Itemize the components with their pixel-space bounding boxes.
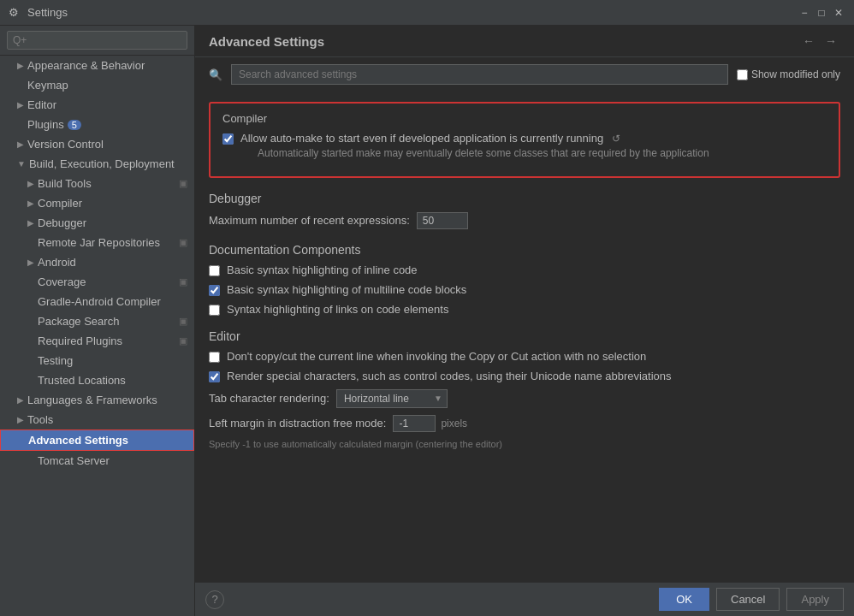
ok-button[interactable]: OK bbox=[659, 588, 709, 611]
sidebar-item-advanced-settings[interactable]: ▶ Advanced Settings bbox=[0, 429, 194, 451]
pixels-label: pixels bbox=[441, 418, 467, 429]
settings-content: Compiler Allow auto-make to start even i… bbox=[195, 92, 854, 582]
arrow-icon: ▶ bbox=[17, 139, 24, 149]
sidebar-item-build-tools[interactable]: ▶ Build Tools ▣ bbox=[0, 174, 194, 193]
left-margin-input[interactable] bbox=[393, 415, 436, 432]
render-special-setting: Render special characters, such as contr… bbox=[209, 370, 840, 382]
max-expressions-row: Maximum number of recent expressions: bbox=[209, 212, 840, 229]
reset-icon[interactable]: ↺ bbox=[612, 133, 620, 145]
bottom-bar: ? OK Cancel Apply bbox=[195, 582, 854, 616]
sidebar-item-label: Build Tools bbox=[38, 177, 92, 190]
sidebar-item-appearance[interactable]: ▶ Appearance & Behavior bbox=[0, 56, 194, 75]
sidebar-item-label: Plugins bbox=[27, 118, 64, 131]
editor-section: Editor Don't copy/cut the current line w… bbox=[209, 329, 840, 449]
syntax-links-label: Syntax highlighting of links on code ele… bbox=[227, 303, 448, 316]
show-modified-label: Show modified only bbox=[737, 68, 840, 80]
auto-make-sublabel: Automatically started make may eventuall… bbox=[240, 146, 709, 161]
sidebar-item-label: Trusted Locations bbox=[38, 374, 126, 387]
page-title: Advanced Settings bbox=[209, 34, 324, 49]
max-expressions-input[interactable] bbox=[417, 212, 468, 229]
debugger-section: Debugger Maximum number of recent expres… bbox=[209, 192, 840, 229]
maximize-button[interactable]: □ bbox=[815, 6, 828, 20]
compiler-section-title: Compiler bbox=[222, 112, 827, 125]
sidebar-item-gradle-android[interactable]: ▶ Gradle-Android Compiler bbox=[0, 292, 194, 311]
minimize-button[interactable]: − bbox=[798, 6, 811, 20]
basic-multiline-setting: Basic syntax highlighting of multiline c… bbox=[209, 283, 840, 296]
sidebar-item-label: Editor bbox=[27, 98, 56, 111]
copy-cut-setting: Don't copy/cut the current line when inv… bbox=[209, 350, 840, 363]
sidebar-item-debugger[interactable]: ▶ Debugger bbox=[0, 213, 194, 233]
search-bar: 🔍 Show modified only bbox=[195, 57, 854, 92]
app-icon: ⚙ bbox=[9, 6, 22, 20]
req-icon: ▣ bbox=[179, 335, 187, 346]
basic-multiline-label: Basic syntax highlighting of multiline c… bbox=[227, 283, 466, 296]
navigation-arrows: ← → bbox=[799, 33, 840, 50]
sidebar-item-coverage[interactable]: ▶ Coverage ▣ bbox=[0, 272, 194, 292]
help-button[interactable]: ? bbox=[205, 590, 224, 609]
sidebar-item-label: Testing bbox=[38, 354, 73, 367]
sidebar-item-version-control[interactable]: ▶ Version Control bbox=[0, 134, 194, 154]
tab-rendering-select-wrapper: Horizontal line Arrow None ▼ bbox=[336, 389, 448, 408]
sidebar-item-languages[interactable]: ▶ Languages & Frameworks bbox=[0, 390, 194, 410]
left-margin-row: Left margin in distraction free mode: pi… bbox=[209, 415, 840, 432]
arrow-icon: ▼ bbox=[17, 159, 26, 169]
render-special-checkbox[interactable] bbox=[209, 371, 220, 382]
sidebar-item-tomcat[interactable]: ▶ Tomcat Server bbox=[0, 451, 194, 471]
tab-rendering-row: Tab character rendering: Horizontal line… bbox=[209, 389, 840, 408]
settings-search-input[interactable] bbox=[231, 64, 728, 85]
basic-inline-checkbox[interactable] bbox=[209, 265, 220, 276]
arrow-icon: ▶ bbox=[17, 415, 24, 424]
sidebar-item-remote-jar[interactable]: ▶ Remote Jar Repositories ▣ bbox=[0, 233, 194, 252]
compiler-section: Compiler Allow auto-make to start even i… bbox=[209, 102, 840, 178]
tab-rendering-select[interactable]: Horizontal line Arrow None bbox=[336, 389, 448, 408]
sidebar-item-trusted-locations[interactable]: ▶ Trusted Locations bbox=[0, 370, 194, 390]
show-modified-checkbox[interactable] bbox=[737, 69, 748, 80]
sidebar-item-label: Compiler bbox=[38, 197, 82, 210]
arrow-icon: ▶ bbox=[27, 179, 34, 188]
copy-cut-checkbox[interactable] bbox=[209, 352, 220, 363]
documentation-section-title: Documentation Components bbox=[209, 243, 840, 257]
forward-button[interactable]: → bbox=[821, 33, 840, 50]
cancel-button[interactable]: Cancel bbox=[716, 588, 780, 611]
sidebar-item-build-execution[interactable]: ▼ Build, Execution, Deployment bbox=[0, 154, 194, 174]
basic-multiline-checkbox[interactable] bbox=[209, 285, 220, 296]
basic-inline-label: Basic syntax highlighting of inline code bbox=[227, 264, 418, 276]
documentation-section: Documentation Components Basic syntax hi… bbox=[209, 243, 840, 316]
repo-icon2: ▣ bbox=[179, 237, 187, 248]
back-button[interactable]: ← bbox=[799, 33, 818, 50]
arrow-icon: ▶ bbox=[27, 198, 34, 208]
sidebar-item-testing[interactable]: ▶ Testing bbox=[0, 351, 194, 370]
sidebar-item-label: Build, Execution, Deployment bbox=[29, 157, 175, 170]
search-icon: 🔍 bbox=[209, 68, 222, 81]
sidebar-item-label: Advanced Settings bbox=[28, 434, 128, 447]
plugins-badge: 5 bbox=[68, 120, 81, 130]
main-header: Advanced Settings ← → bbox=[195, 26, 854, 57]
debugger-section-title: Debugger bbox=[209, 192, 840, 205]
sidebar-item-package-search[interactable]: ▶ Package Search ▣ bbox=[0, 311, 194, 331]
arrow-icon: ▶ bbox=[27, 218, 34, 228]
sidebar-search-input[interactable] bbox=[7, 31, 187, 50]
copy-cut-label: Don't copy/cut the current line when inv… bbox=[227, 350, 646, 363]
sidebar-item-label: Coverage bbox=[38, 275, 86, 288]
sidebar-item-label: Required Plugins bbox=[38, 335, 122, 347]
window-title: Settings bbox=[27, 6, 798, 19]
sidebar-item-label: Remote Jar Repositories bbox=[38, 236, 160, 249]
basic-inline-setting: Basic syntax highlighting of inline code bbox=[209, 264, 840, 276]
auto-make-checkbox[interactable] bbox=[222, 133, 234, 145]
window-controls: − □ ✕ bbox=[798, 6, 845, 20]
sidebar-item-label: Tools bbox=[27, 413, 53, 426]
arrow-icon: ▶ bbox=[17, 100, 24, 110]
sidebar-item-plugins[interactable]: ▶ Plugins 5 bbox=[0, 115, 194, 134]
sidebar-item-tools[interactable]: ▶ Tools bbox=[0, 410, 194, 429]
sidebar-item-android[interactable]: ▶ Android bbox=[0, 252, 194, 272]
sidebar-item-required-plugins[interactable]: ▶ Required Plugins ▣ bbox=[0, 331, 194, 351]
coverage-icon: ▣ bbox=[179, 276, 187, 287]
sidebar-item-keymap[interactable]: Keymap bbox=[0, 75, 194, 95]
apply-button[interactable]: Apply bbox=[786, 588, 844, 611]
syntax-links-checkbox[interactable] bbox=[209, 305, 220, 316]
sidebar-item-editor[interactable]: ▶ Editor bbox=[0, 95, 194, 115]
arrow-icon: ▶ bbox=[17, 61, 24, 70]
sidebar-item-label: Android bbox=[38, 256, 76, 269]
close-button[interactable]: ✕ bbox=[832, 6, 845, 20]
sidebar-item-compiler[interactable]: ▶ Compiler bbox=[0, 193, 194, 213]
